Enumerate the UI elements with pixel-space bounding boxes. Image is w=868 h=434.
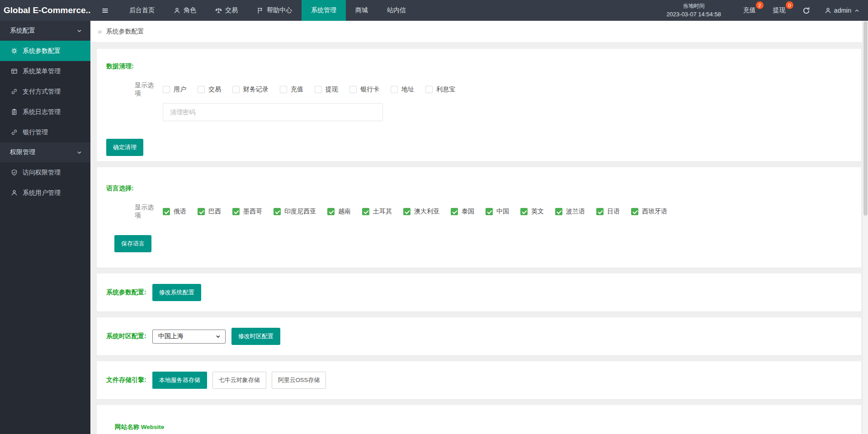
checkbox-unchecked[interactable]	[198, 86, 205, 93]
data-clean-options: 用户交易财务记录充值提现银行卡地址利息宝	[163, 85, 467, 94]
sidebar-item-label: 访问权限管理	[23, 169, 61, 177]
storage-options: 本地服务器存储七牛云对象存储阿里云OSS存储	[152, 372, 326, 389]
sidebar-item-label: 银行管理	[23, 128, 48, 137]
timezone-select[interactable]: 中国上海	[152, 330, 226, 344]
sidebar-item[interactable]: 支付方式管理	[0, 81, 90, 102]
checkbox-checked[interactable]	[596, 208, 604, 215]
save-language-button[interactable]: 保存语言	[114, 235, 151, 252]
checkbox-option: 提现	[315, 85, 338, 94]
withdraw-button[interactable]: 提现 0	[773, 6, 786, 14]
checkbox-option: 用户	[163, 85, 186, 94]
checkbox-checked[interactable]	[232, 208, 240, 215]
checkbox-option: 越南	[327, 208, 351, 216]
sidebar-item[interactable]: 系统用户管理	[0, 183, 90, 203]
storage-option-button[interactable]: 阿里云OSS存储	[272, 372, 326, 389]
checkbox-checked[interactable]	[631, 208, 638, 215]
sidebar-item[interactable]: 银行管理	[0, 122, 90, 142]
checkbox-label: 地址	[401, 85, 414, 94]
checkbox-option: 澳大利亚	[403, 208, 439, 216]
checkbox-label: 泰国	[462, 208, 474, 216]
nav-item[interactable]: 站内信	[377, 0, 415, 21]
nav-item[interactable]: 系统管理	[302, 0, 346, 21]
chevron-down-icon	[215, 334, 221, 340]
sidebar-item-label: 支付方式管理	[23, 88, 61, 96]
nav-item-label: 后台首页	[129, 6, 155, 14]
sidebar-item[interactable]: 系统菜单管理	[0, 61, 90, 81]
checkbox-unchecked[interactable]	[349, 86, 357, 93]
timezone-title: 系统时区配置:	[106, 332, 146, 340]
sidebar-item-label: 系统菜单管理	[23, 67, 61, 75]
checkbox-unchecked[interactable]	[232, 86, 240, 93]
data-clean-options-row: 显示选项 用户交易财务记录充值提现银行卡地址利息宝	[135, 81, 852, 98]
nav-item[interactable]: 帮助中心	[247, 0, 302, 21]
checkbox-checked[interactable]	[555, 208, 562, 215]
checkbox-label: 银行卡	[360, 85, 379, 94]
sidebar-group-header[interactable]: 系统配置	[0, 21, 90, 41]
checkbox-option: 印度尼西亚	[274, 208, 316, 216]
checkbox-option: 英文	[520, 208, 544, 216]
checkbox-option: 日语	[596, 208, 620, 216]
sidebar-group-label: 系统配置	[10, 27, 35, 35]
recharge-button[interactable]: 充值 2	[743, 6, 756, 14]
menu-icon[interactable]	[90, 0, 120, 21]
withdraw-badge: 0	[786, 1, 793, 9]
storage-option-button[interactable]: 本地服务器存储	[152, 372, 207, 389]
checkbox-unchecked[interactable]	[163, 86, 170, 93]
navbar-right: 当地时间 2023-03-07 14:54:58 充值 2 提现 0 admin	[666, 0, 868, 21]
recharge-label: 充值	[743, 6, 756, 14]
sidebar-group-header[interactable]: 权限管理	[0, 142, 90, 162]
modify-timezone-button[interactable]: 修改时区配置	[231, 328, 280, 345]
chevron-up-icon	[854, 8, 860, 14]
nav-item[interactable]: 后台首页	[120, 0, 164, 21]
nav-item[interactable]: 商城	[346, 0, 377, 21]
refresh-icon[interactable]	[802, 7, 810, 14]
user-icon	[174, 7, 180, 14]
sidebar-item[interactable]: 系统参数配置	[0, 41, 90, 61]
breadcrumb-text: 系统参数配置	[106, 28, 144, 36]
checkbox-label: 财务记录	[243, 85, 269, 94]
app-logo: Global E-Commerce...	[0, 0, 90, 21]
panel-system-config: 系统参数配置: 修改系统配置	[97, 274, 861, 311]
panel-storage: 文件存储引擎: 本地服务器存储七牛云对象存储阿里云OSS存储	[97, 361, 861, 399]
checkbox-option: 波兰语	[555, 208, 585, 216]
checkbox-label: 日语	[607, 208, 620, 216]
language-title: 语言选择:	[106, 184, 852, 193]
modify-system-config-button[interactable]: 修改系统配置	[152, 284, 201, 301]
storage-option-button[interactable]: 七牛云对象存储	[212, 372, 266, 389]
checkbox-unchecked[interactable]	[425, 86, 433, 93]
scrollbar[interactable]	[862, 21, 868, 434]
checkbox-unchecked[interactable]	[280, 86, 287, 93]
username: admin	[834, 7, 851, 14]
link-icon	[11, 129, 18, 136]
checkbox-unchecked[interactable]	[391, 86, 398, 93]
scrollbar-thumb[interactable]	[863, 21, 868, 216]
checkbox-option: 财务记录	[232, 85, 269, 94]
user-menu[interactable]: admin	[825, 7, 860, 14]
nav-item[interactable]: 交易	[206, 0, 247, 21]
checkbox-checked[interactable]	[403, 208, 410, 215]
top-navbar: Global E-Commerce... 后台首页角色交易帮助中心系统管理商城站…	[0, 0, 868, 21]
checkbox-label: 墨西哥	[243, 208, 262, 216]
checkbox-label: 俄语	[174, 208, 186, 216]
checkbox-unchecked[interactable]	[315, 86, 322, 93]
checkbox-checked[interactable]	[163, 208, 170, 215]
checkbox-checked[interactable]	[198, 208, 205, 215]
sidebar-item[interactable]: 系统日志管理	[0, 102, 90, 122]
checkbox-option: 墨西哥	[232, 208, 262, 216]
checkbox-checked[interactable]	[451, 208, 458, 215]
checkbox-checked[interactable]	[362, 208, 369, 215]
checkbox-checked[interactable]	[486, 208, 493, 215]
data-clean-title: 数据清理:	[106, 62, 852, 71]
checkbox-checked[interactable]	[520, 208, 528, 215]
chevron-down-icon	[76, 150, 82, 156]
sidebar-item[interactable]: 访问权限管理	[0, 162, 90, 183]
clean-password-input[interactable]	[163, 103, 383, 121]
checkbox-checked[interactable]	[327, 208, 335, 215]
checkbox-checked[interactable]	[274, 208, 281, 215]
checkbox-option: 银行卡	[349, 85, 379, 94]
checkbox-option: 利息宝	[425, 85, 455, 94]
recharge-badge: 2	[756, 1, 764, 9]
checkbox-label: 越南	[338, 208, 351, 216]
nav-item[interactable]: 角色	[164, 0, 206, 21]
confirm-clean-button[interactable]: 确定清理	[106, 139, 143, 156]
